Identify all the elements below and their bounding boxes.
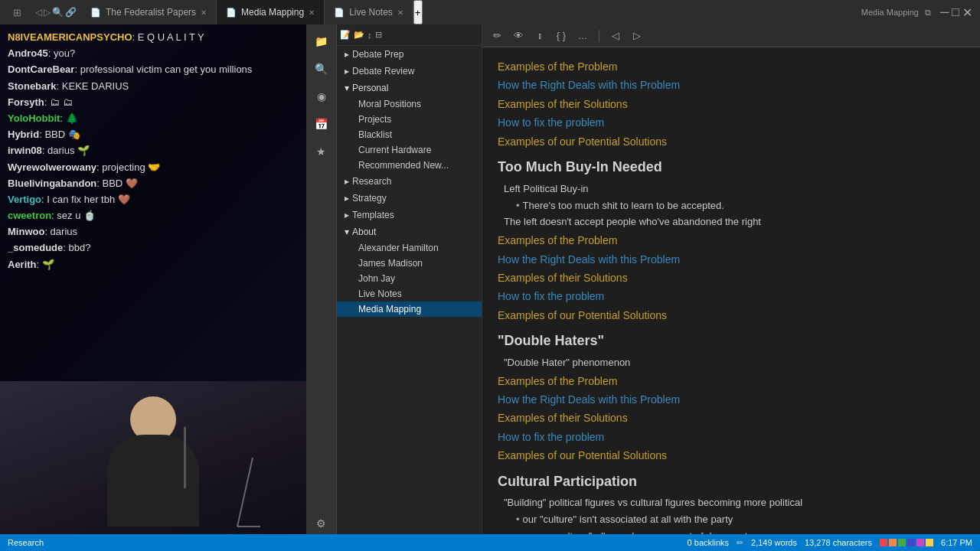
chat-message: Hybrid: BBD 🎭 (8, 128, 299, 142)
username: Hybrid (8, 129, 39, 140)
folder-label: Debate Prep (352, 49, 403, 60)
nav-item-alexander-hamilton[interactable]: Alexander Hamilton (337, 240, 482, 256)
content-link-line: Examples of their Solutions (498, 409, 965, 426)
edit-btn[interactable]: ✏ (488, 28, 505, 44)
source-btn[interactable]: { } (553, 28, 570, 44)
nav-folder-strategy[interactable]: ▸Strategy (337, 190, 482, 207)
settings-icon[interactable]: ⚙ (311, 513, 332, 534)
tab-close[interactable]: ✕ (397, 8, 403, 17)
nav-folder-personal[interactable]: ▾Personal (337, 80, 482, 96)
content-link[interactable]: Examples of the Problem (498, 375, 617, 387)
nav-folder-debate-review[interactable]: ▸Debate Review (337, 63, 482, 80)
folder-arrow: ▾ (345, 83, 349, 93)
tab-close[interactable]: ✕ (309, 8, 315, 17)
nav-item-media-mapping[interactable]: Media Mapping (337, 302, 482, 317)
svg-line-0 (237, 458, 253, 527)
chat-message: irwin08: darius 🌱 (8, 144, 299, 158)
nav-item-blacklist[interactable]: Blacklist (337, 127, 482, 142)
redo-btn[interactable]: ▷ (629, 28, 645, 44)
nav-folder-research[interactable]: ▸Research (337, 173, 482, 190)
list-item: "Building" political figures vs cultural… (498, 495, 965, 511)
content-link[interactable]: Examples of their Solutions (498, 272, 628, 284)
tab-federalist-papers[interactable]: 📄 The Federalist Papers ✕ (81, 0, 217, 24)
close-btn[interactable]: ✕ (962, 5, 972, 20)
preview-btn[interactable]: 👁 (510, 28, 527, 44)
graph-icon[interactable]: ◉ (311, 86, 332, 107)
tab-live-notes[interactable]: 📄 Live Notes ✕ (325, 0, 413, 24)
backlinks-count: 0 backlinks (688, 538, 729, 547)
maximize-btn[interactable]: □ (952, 5, 959, 19)
cam-background (0, 381, 306, 534)
content-link-line: Examples of the Problem (498, 232, 965, 249)
nav-folder-about[interactable]: ▾About (337, 223, 482, 240)
collapse-icon[interactable]: ⊟ (375, 30, 382, 40)
nav-item-john-jay[interactable]: John Jay (337, 271, 482, 286)
folder-label: Templates (352, 210, 394, 220)
link-btn[interactable]: 🔗 (65, 7, 77, 18)
new-note-icon[interactable]: 📝 (340, 30, 351, 40)
content-link[interactable]: Examples of the Problem (498, 234, 617, 246)
content-link[interactable]: Examples of the Problem (498, 60, 617, 73)
content-link-line: How to fix the problem (498, 288, 965, 305)
undo-btn[interactable]: ◁ (607, 28, 624, 44)
content-link[interactable]: How to fix the problem (498, 431, 604, 443)
minimize-btn[interactable]: ─ (940, 5, 949, 19)
chat-messages: N8IVEAMERICANPSYCHO: E Q U A L I T YAndr… (0, 24, 306, 381)
list-item: The left doesn't accept people who've ab… (498, 214, 965, 230)
nav-item-projects[interactable]: Projects (337, 112, 482, 127)
files-icon[interactable]: 📁 (311, 31, 332, 52)
message-text: : BBD 🎭 (39, 129, 80, 140)
nav-item-current-hardware[interactable]: Current Hardware (337, 142, 482, 158)
chat-message: Bluelivingabandon: BBD 🤎 (8, 177, 299, 191)
tab-bar: ⊞ ◁ ▷ 🔍 🔗 📄 The Federalist Papers ✕ 📄 Me… (0, 0, 940, 24)
star-icon[interactable]: ★ (311, 141, 332, 162)
nav-item-james-madison[interactable]: James Madison (337, 256, 482, 271)
nav-item-live-notes[interactable]: Live Notes (337, 286, 482, 302)
content-link[interactable]: Examples of their Solutions (498, 98, 628, 110)
folder-label: Research (352, 176, 391, 187)
middle-section: 📁 🔍 ◉ 📅 ★ ⚙ 📝 📂 ↕ ⊟ ▸Debate Prep▸Debate … (306, 24, 980, 534)
folder-arrow: ▾ (345, 227, 349, 237)
content-link[interactable]: How the Right Deals with this Problem (498, 253, 680, 266)
split-btn[interactable]: ⫾ (531, 28, 548, 44)
back-btn[interactable]: ◁ (35, 7, 42, 18)
nav-folder-templates[interactable]: ▸Templates (337, 207, 482, 223)
content-link[interactable]: How to fix the problem (498, 290, 604, 302)
color-indicators (880, 539, 933, 546)
username: YoloHobbit (8, 112, 60, 124)
tab-close[interactable]: ✕ (201, 8, 207, 17)
message-text: : you? (48, 47, 75, 59)
username: Vertigo (8, 194, 41, 205)
search-btn[interactable]: 🔍 (52, 7, 64, 18)
content-link[interactable]: How the Right Deals with this Problem (498, 79, 680, 91)
forward-btn[interactable]: ▷ (44, 7, 51, 18)
tab-media-mapping[interactable]: 📄 Media Mapping ✕ (217, 0, 325, 24)
username: Minwoo (8, 226, 44, 237)
list-item: "Double Hater" phenomenon (498, 355, 965, 371)
nav-item-recommended-new[interactable]: Recommended New... (337, 158, 482, 173)
section-heading: "Double Haters" (498, 330, 965, 352)
mic-stand-svg (230, 458, 260, 534)
new-folder-icon[interactable]: 📂 (354, 30, 364, 40)
content-link[interactable]: Examples of their Solutions (498, 412, 628, 424)
more-btn[interactable]: … (574, 28, 591, 44)
tab-icon: 📄 (334, 8, 345, 18)
content-link[interactable]: Examples of our Potential Solutions (498, 449, 667, 461)
search-sidebar-icon[interactable]: 🔍 (311, 58, 332, 80)
tab-icon: 📄 (226, 8, 237, 18)
panel-toggle[interactable]: ⧉ (925, 8, 931, 18)
new-tab-button[interactable]: + (413, 0, 423, 24)
chat-message: Stonebark: KEKE DARIUS (8, 80, 299, 93)
content-link[interactable]: Examples of our Potential Solutions (498, 135, 667, 148)
app-icon: ⊞ (3, 0, 31, 24)
word-count: 2,149 words (751, 538, 797, 547)
calendar-icon[interactable]: 📅 (311, 113, 332, 135)
content-link[interactable]: How to fix the problem (498, 116, 604, 129)
nav-item-moral-positions[interactable]: Moral Positions (337, 96, 482, 112)
nav-folder-debate-prep[interactable]: ▸Debate Prep (337, 46, 482, 63)
content-link[interactable]: Examples of our Potential Solutions (498, 309, 667, 321)
content-link[interactable]: How the Right Deals with this Problem (498, 393, 680, 406)
nav-icons: ◁ ▷ 🔍 🔗 (31, 0, 81, 24)
message-text: : 🌲 (60, 112, 77, 124)
sort-icon[interactable]: ↕ (368, 31, 372, 40)
